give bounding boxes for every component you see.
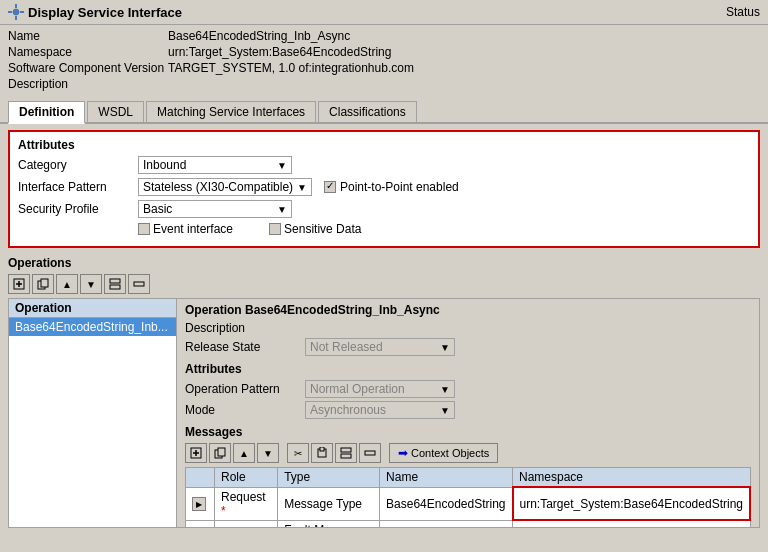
- attributes-panel: Attributes Category Inbound ▼ Interface …: [8, 130, 760, 248]
- interface-pattern-row: Interface Pattern Stateless (XI30-Compat…: [18, 178, 750, 196]
- col-role: Role: [215, 468, 278, 488]
- new-icon: [13, 278, 25, 290]
- name-row: Name Base64EncodedString_Inb_Async: [8, 29, 760, 43]
- msg-copy-btn[interactable]: [209, 443, 231, 463]
- security-profile-select[interactable]: Basic ▼: [138, 200, 292, 218]
- request-role: Request: [221, 490, 266, 504]
- ops-list-toolbar: ▲ ▼: [8, 272, 176, 296]
- svg-rect-9: [41, 279, 48, 287]
- msg-collapse-btn[interactable]: [359, 443, 381, 463]
- point-to-point-checkbox[interactable]: [324, 181, 336, 193]
- svg-rect-20: [341, 448, 351, 452]
- svg-rect-11: [110, 285, 120, 289]
- msg-down-btn[interactable]: ▼: [257, 443, 279, 463]
- sw-component-row: Software Component Version TARGET_SYSTEM…: [8, 61, 760, 75]
- category-select[interactable]: Inbound ▼: [138, 156, 292, 174]
- operations-split: Operation Base64EncodedString_Inb... Ope…: [8, 298, 760, 528]
- mode-value: Asynchronous: [310, 403, 436, 417]
- release-state-label: Release State: [185, 340, 305, 354]
- attributes-title: Attributes: [18, 138, 750, 152]
- event-interface-checkbox[interactable]: [138, 223, 150, 235]
- category-label: Category: [18, 158, 138, 172]
- ops-collapse-btn[interactable]: [128, 274, 150, 294]
- mode-label: Mode: [185, 403, 305, 417]
- release-state-select[interactable]: Not Released ▼: [305, 338, 455, 356]
- category-dropdown-arrow: ▼: [277, 160, 287, 171]
- context-objects-btn[interactable]: ➡ Context Objects: [389, 443, 498, 463]
- ops-up-btn[interactable]: ▲: [56, 274, 78, 294]
- sensitive-data-checkbox[interactable]: [269, 223, 281, 235]
- category-value: Inbound: [143, 158, 273, 172]
- paste-icon: [316, 447, 328, 459]
- interface-pattern-value: Stateless (XI30-Compatible): [143, 180, 293, 194]
- required-star: *: [221, 504, 226, 518]
- svg-rect-3: [8, 11, 12, 13]
- mode-select[interactable]: Asynchronous ▼: [305, 401, 455, 419]
- release-state-value: Not Released: [310, 340, 436, 354]
- tab-matching-service-interfaces[interactable]: Matching Service Interfaces: [146, 101, 316, 122]
- op-attributes-title: Attributes: [185, 362, 751, 376]
- msg-expand-btn[interactable]: [335, 443, 357, 463]
- op-description-row: Description: [185, 321, 751, 335]
- status-label: Status: [726, 5, 760, 19]
- svg-point-0: [13, 9, 19, 15]
- col-namespace: Namespace: [513, 468, 750, 488]
- header: Display Service Interface Status: [0, 0, 768, 25]
- msg-new-btn[interactable]: [185, 443, 207, 463]
- operation-pattern-row: Operation Pattern Normal Operation ▼: [185, 380, 751, 398]
- messages-table-header: Role Type Name Namespace: [186, 468, 751, 488]
- msg-expand-icon: [340, 447, 352, 459]
- namespace-value: urn:Target_System:Base64EncodedString: [168, 45, 391, 59]
- sensitive-data-label: Sensitive Data: [284, 222, 361, 236]
- table-row[interactable]: ▶ Request * Message Type Base64EncodedSt…: [186, 487, 751, 520]
- header-title: Display Service Interface: [8, 4, 182, 20]
- fault-namespace-cell: [513, 520, 750, 527]
- tab-definition[interactable]: Definition: [8, 101, 85, 124]
- ops-new-btn[interactable]: [8, 274, 30, 294]
- window-title: Display Service Interface: [28, 5, 182, 20]
- ops-list-item[interactable]: Base64EncodedString_Inb...: [9, 318, 176, 336]
- msg-new-icon: [190, 447, 202, 459]
- copy-icon: [37, 278, 49, 290]
- msg-copy-icon: [214, 447, 226, 459]
- ops-copy-btn[interactable]: [32, 274, 54, 294]
- svg-rect-17: [218, 448, 225, 456]
- point-to-point-group: Point-to-Point enabled: [324, 180, 459, 194]
- msg-paste-btn[interactable]: [311, 443, 333, 463]
- mode-arrow: ▼: [440, 405, 450, 416]
- operation-pattern-select[interactable]: Normal Operation ▼: [305, 380, 455, 398]
- svg-rect-22: [365, 451, 375, 455]
- sensitive-data-item: Sensitive Data: [269, 222, 361, 236]
- interface-pattern-select[interactable]: Stateless (XI30-Compatible) ▼: [138, 178, 312, 196]
- security-profile-arrow: ▼: [277, 204, 287, 215]
- ops-detail-panel: Operation Base64EncodedString_Inb_Async …: [177, 299, 759, 527]
- request-type-cell: Message Type: [278, 487, 380, 520]
- tab-wsdl[interactable]: WSDL: [87, 101, 144, 122]
- msg-up-btn[interactable]: ▲: [233, 443, 255, 463]
- msg-cut-btn[interactable]: ✂: [287, 443, 309, 463]
- context-objects-label: Context Objects: [411, 447, 489, 459]
- svg-rect-12: [134, 282, 144, 286]
- sw-component-value: TARGET_SYSTEM, 1.0 of:integrationhub.com: [168, 61, 414, 75]
- name-label: Name: [8, 29, 168, 43]
- request-role-cell: Request *: [215, 487, 278, 520]
- svg-rect-4: [20, 11, 24, 13]
- table-row[interactable]: Fault Fault Message Type: [186, 520, 751, 527]
- form-area: Name Base64EncodedString_Inb_Async Names…: [0, 25, 768, 97]
- category-row: Category Inbound ▼: [18, 156, 750, 174]
- operation-pattern-value: Normal Operation: [310, 382, 436, 396]
- mode-row: Mode Asynchronous ▼: [185, 401, 751, 419]
- namespace-label: Namespace: [8, 45, 168, 59]
- event-interface-item: Event interface: [138, 222, 233, 236]
- col-name: Name: [380, 468, 513, 488]
- ops-down-btn[interactable]: ▼: [80, 274, 102, 294]
- fault-type-cell: Fault Message Type: [278, 520, 380, 527]
- name-value: Base64EncodedString_Inb_Async: [168, 29, 350, 43]
- gear-icon: [8, 4, 24, 20]
- col-type: Type: [278, 468, 380, 488]
- tab-classifications[interactable]: Classifications: [318, 101, 417, 122]
- operations-title: Operations: [8, 254, 760, 272]
- interface-pattern-arrow: ▼: [297, 182, 307, 193]
- ops-expand-btn[interactable]: [104, 274, 126, 294]
- description-label: Description: [8, 77, 168, 91]
